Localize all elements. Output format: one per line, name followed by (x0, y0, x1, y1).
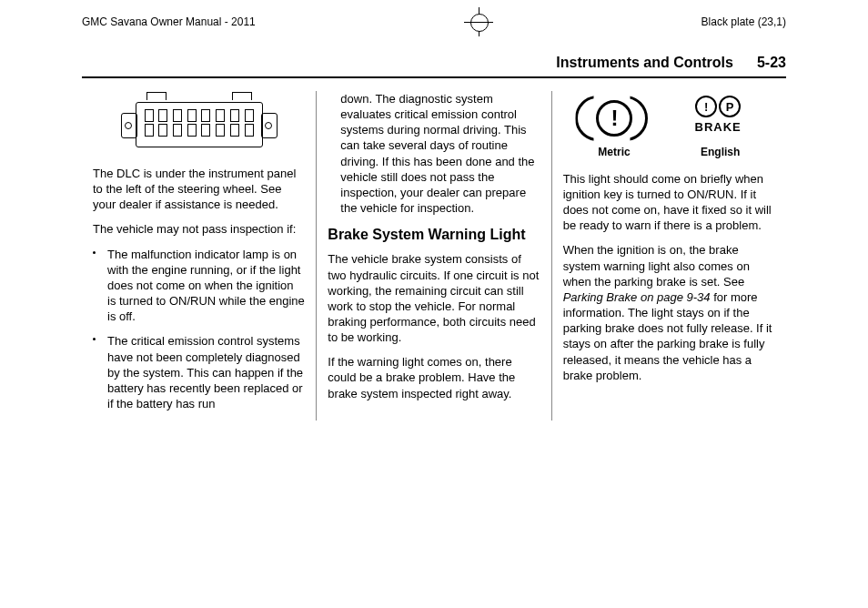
dlc-connector-illustration (117, 95, 281, 151)
paragraph: The vehicle may not pass inspection if: (93, 221, 305, 237)
paragraph: If the warning light comes on, there cou… (328, 354, 540, 400)
page-content: Instruments and Controls 5-23 The DLC (82, 55, 786, 421)
cross-reference: Parking Brake on page 9-34 (563, 290, 711, 304)
crop-mark-right (832, 289, 861, 319)
paragraph: The vehicle brake system consists of two… (328, 251, 540, 345)
paragraph: This light should come on briefly when i… (563, 171, 775, 234)
crop-mark-top (464, 7, 493, 36)
label-english: English (701, 146, 740, 160)
page-number: 5-23 (757, 55, 786, 71)
brake-icons-row: ! ! P BRAKE (563, 95, 775, 137)
plate-label: Black plate (23,1) (701, 15, 786, 28)
column-2: down. The diagnostic system evaluates cr… (316, 91, 550, 421)
brake-warning-icon-english: ! P BRAKE (681, 96, 754, 135)
brake-warning-icon-metric: ! (583, 95, 640, 137)
list-item: The critical emission control systems ha… (93, 333, 305, 411)
paragraph: The DLC is under the instrument panel to… (93, 166, 305, 212)
print-header: GMC Savana Owner Manual - 2011 Black pla… (0, 0, 868, 36)
icon-labels-row: Metric English (563, 146, 775, 160)
label-metric: Metric (598, 146, 630, 160)
body-columns: The DLC is under the instrument panel to… (82, 91, 786, 421)
crop-mark-left (7, 289, 36, 319)
text: When the ignition is on, the brake syste… (563, 243, 750, 288)
text: for more information. The light stays on… (563, 290, 772, 382)
inspection-list: The malfunction indicator lamp is on wit… (93, 247, 305, 412)
list-item: The malfunction indicator lamp is on wit… (93, 247, 305, 325)
paragraph-continuation: down. The diagnostic system evaluates cr… (328, 91, 540, 216)
section-header: Instruments and Controls 5-23 (82, 55, 786, 78)
list-text: The critical emission control systems ha… (107, 334, 303, 410)
manual-title: GMC Savana Owner Manual - 2011 (82, 15, 256, 28)
brake-word: BRAKE (681, 119, 754, 135)
heading-brake-system: Brake System Warning Light (328, 225, 540, 244)
column-3: ! ! P BRAKE Metric English This light sh… (551, 91, 786, 421)
column-1: The DLC is under the instrument panel to… (82, 91, 316, 421)
crop-mark-bottom (419, 575, 449, 604)
section-title: Instruments and Controls (556, 55, 733, 71)
list-text: The malfunction indicator lamp is on wit… (107, 248, 305, 324)
paragraph: When the ignition is on, the brake syste… (563, 242, 775, 382)
